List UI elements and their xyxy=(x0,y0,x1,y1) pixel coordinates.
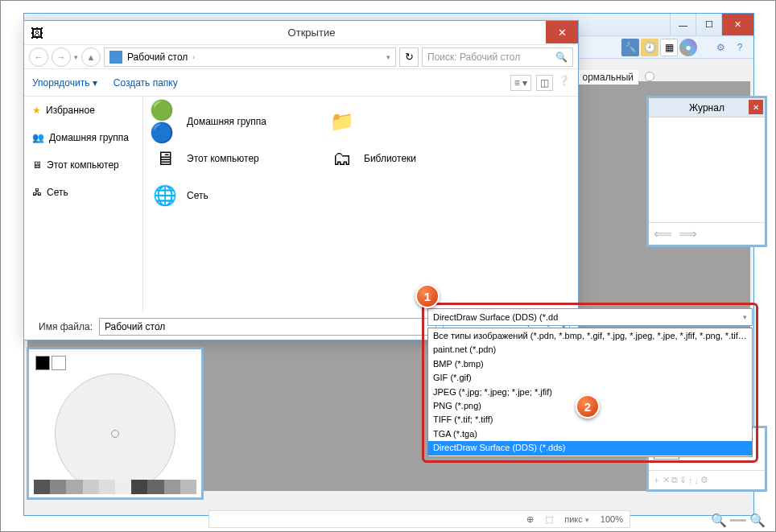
layers-icon[interactable]: ▦ xyxy=(660,39,678,56)
callout-badge-1: 1 xyxy=(415,284,440,308)
history-close-button[interactable]: ✕ xyxy=(749,100,763,114)
search-input[interactable]: Поиск: Рабочий стол 🔍 xyxy=(422,47,573,67)
secondary-swatch[interactable] xyxy=(52,356,66,370)
nav-history-dropdown[interactable]: ▾ xyxy=(74,53,78,61)
preview-pane-button[interactable]: ◫ xyxy=(536,75,553,91)
movedown-layer-icon[interactable]: ↓ xyxy=(695,476,700,485)
item-homegroup[interactable]: 🟢🔵Домашняя группа xyxy=(150,105,311,138)
dialog-help-icon[interactable]: ❔ xyxy=(558,75,570,91)
history-panel-title: Журнал ✕ xyxy=(649,98,765,118)
status-bar: ⊕ ⬚ пикс ▾ 100% xyxy=(208,510,630,528)
dialog-body: ★Избранное 👥Домашняя группа 🖥Этот компью… xyxy=(24,97,578,312)
undo-icon[interactable]: ⟸ xyxy=(654,226,672,241)
history-title-text: Журнал xyxy=(689,102,724,113)
maximize-button[interactable]: ☐ xyxy=(696,14,721,35)
sidebar-network[interactable]: 🖧Сеть xyxy=(24,184,142,201)
duplicate-layer-icon[interactable]: ⧉ xyxy=(671,475,678,485)
new-folder-button[interactable]: Создать папку xyxy=(114,77,178,89)
sidebar-homegroup[interactable]: 👥Домашняя группа xyxy=(24,129,142,146)
sidebar-computer[interactable]: 🖥Этот компьютер xyxy=(24,156,142,174)
homegroup-big-icon: 🟢🔵 xyxy=(150,106,180,137)
filename-label: Имя файла: xyxy=(39,321,93,332)
history-body xyxy=(649,118,765,222)
breadcrumb-dropdown[interactable]: ▾ xyxy=(386,53,390,61)
item-network[interactable]: 🌐Сеть xyxy=(150,179,311,212)
callout-badge-2: 2 xyxy=(576,394,600,419)
breadcrumb-chev[interactable]: › xyxy=(192,53,195,61)
minimize-button[interactable]: — xyxy=(670,14,696,35)
filetype-dropdown-open[interactable]: DirectDraw Surface (DDS) (*.dd▾ xyxy=(427,308,753,326)
colors-icon[interactable]: ● xyxy=(679,39,697,56)
layer-props-icon[interactable]: ⚙ xyxy=(700,475,708,485)
zoom-in-icon[interactable]: 🔍 xyxy=(749,513,766,528)
layers-toolbar: ＋ ✕ ⧉ ⇓ ↑ ↓ ⚙ xyxy=(649,470,765,489)
filename-input[interactable] xyxy=(99,318,436,336)
filetype-option[interactable]: TGA (*.tga) xyxy=(428,427,752,441)
primary-swatch[interactable] xyxy=(35,356,50,370)
nav-up-button[interactable]: ▲ xyxy=(81,47,101,67)
computer-big-icon: 🖥 xyxy=(150,143,180,174)
nav-forward-button[interactable]: → xyxy=(52,47,71,67)
zoom-slider-icon[interactable]: ━━ xyxy=(730,513,746,528)
merge-layer-icon[interactable]: ⇓ xyxy=(679,475,687,485)
dialog-toolbar: Упорядочить ▾ Создать папку ≡ ▾ ◫ ❔ xyxy=(24,69,578,97)
zoom-controls: 🔍 ━━ 🔍 xyxy=(711,513,766,528)
filetype-option-list[interactable]: Все типы изображений (*.pdn, *.bmp, *.gi… xyxy=(427,328,753,457)
dialog-sidebar: ★Избранное 👥Домашняя группа 🖥Этот компью… xyxy=(24,97,143,312)
dialog-title: Открытие xyxy=(45,27,578,39)
refresh-button[interactable]: ↻ xyxy=(399,47,419,67)
cursor-pos-icon: ⊕ xyxy=(526,514,534,525)
palette-row[interactable] xyxy=(34,480,196,494)
settings-icon[interactable]: ⚙ xyxy=(712,39,729,56)
homegroup-icon: 👥 xyxy=(32,132,44,143)
history-panel: Журнал ✕ ⟸ ⟹ xyxy=(646,96,767,247)
breadcrumb[interactable]: Рабочий стол › ▾ xyxy=(104,47,396,67)
app-close-button[interactable]: ✕ xyxy=(721,14,753,35)
desktop-icon xyxy=(109,51,122,64)
color-primary-secondary xyxy=(35,356,195,370)
filetype-option[interactable]: GIF (*.gif) xyxy=(428,371,752,385)
network-icon: 🖧 xyxy=(32,187,42,198)
moveup-layer-icon[interactable]: ↑ xyxy=(688,476,693,485)
userfolder-big-icon: 📁 xyxy=(327,106,357,137)
breadcrumb-location: Рабочий стол xyxy=(127,52,188,63)
filetype-option[interactable]: BMP (*.bmp) xyxy=(428,357,752,371)
zoom-level[interactable]: 100% xyxy=(601,514,623,524)
history-icon[interactable]: 🕘 xyxy=(641,39,658,56)
filetype-option[interactable]: DirectDraw Surface (DDS) (*.dds) xyxy=(428,441,752,455)
filetype-highlight-overlay: DirectDraw Surface (DDS) (*.dd▾ Все типы… xyxy=(422,303,758,463)
help-icon[interactable]: ? xyxy=(731,39,749,56)
search-placeholder: Поиск: Рабочий стол xyxy=(427,52,520,63)
item-user-folder[interactable]: 📁 xyxy=(327,105,488,138)
item-libraries[interactable]: 🗂Библиотеки xyxy=(327,142,488,175)
nav-back-button[interactable]: ← xyxy=(29,47,48,67)
unit-label[interactable]: пикс ▾ xyxy=(564,514,589,524)
view-mode-button[interactable]: ≡ ▾ xyxy=(510,75,531,91)
blend-preview-icon xyxy=(645,72,654,81)
filetype-option[interactable]: Все типы изображений (*.pdn, *.bmp, *.gi… xyxy=(428,329,752,343)
add-layer-icon[interactable]: ＋ xyxy=(652,474,661,486)
delete-layer-icon[interactable]: ✕ xyxy=(662,475,670,485)
network-big-icon: 🌐 xyxy=(150,180,180,211)
open-file-dialog: 🖼 Открытие ✕ ← → ▾ ▲ Рабочий стол › ▾ ↻ … xyxy=(23,20,579,340)
blend-mode-label: ормальный xyxy=(578,70,638,85)
tool-icon[interactable]: 🔧 xyxy=(621,39,639,56)
organize-button[interactable]: Упорядочить ▾ xyxy=(32,77,97,89)
redo-icon[interactable]: ⟹ xyxy=(679,226,697,241)
zoom-out-icon[interactable]: 🔍 xyxy=(711,513,727,528)
computer-icon: 🖥 xyxy=(32,159,42,171)
item-computer[interactable]: 🖥Этот компьютер xyxy=(150,142,311,175)
sidebar-favorites[interactable]: ★Избранное xyxy=(24,101,142,119)
filetype-option[interactable]: paint.net (*.pdn) xyxy=(428,343,752,357)
canvas-size-icon: ⬚ xyxy=(545,514,553,525)
dialog-titlebar: 🖼 Открытие ✕ xyxy=(24,21,578,45)
color-wheel[interactable] xyxy=(55,373,175,494)
folder-view[interactable]: 🟢🔵Домашняя группа 📁 🖥Этот компьютер 🗂Биб… xyxy=(143,97,578,312)
color-panel xyxy=(27,347,204,500)
libraries-big-icon: 🗂 xyxy=(327,143,357,174)
history-nav: ⟸ ⟹ xyxy=(649,222,765,245)
dialog-nav-bar: ← → ▾ ▲ Рабочий стол › ▾ ↻ Поиск: Рабочи… xyxy=(24,45,578,69)
dialog-app-icon: 🖼 xyxy=(31,27,45,39)
dialog-close-button[interactable]: ✕ xyxy=(546,21,578,43)
star-icon: ★ xyxy=(32,105,41,116)
